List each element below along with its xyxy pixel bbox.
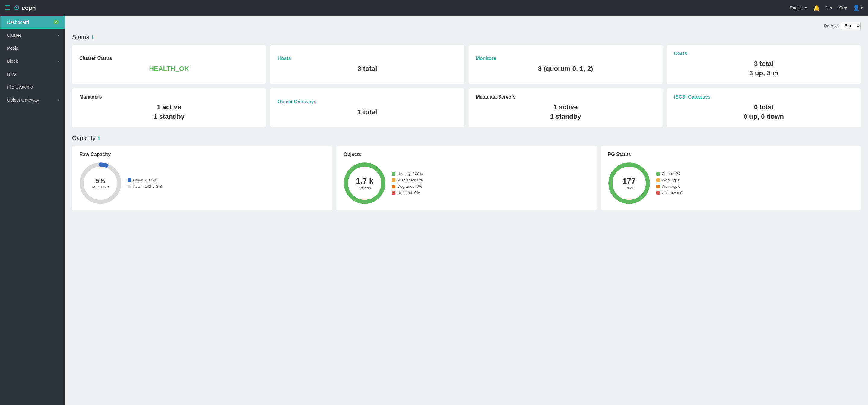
- objects-unfound-item: Unfound: 0%: [392, 191, 423, 195]
- help-button[interactable]: ? ▾: [826, 4, 832, 11]
- sidebar-label-objectgateway: Object Gateway: [7, 97, 39, 102]
- topnav: ☰ ⊙ ceph English ▾ 🔔 ? ▾ ⚙ ▾ 👤 ▾: [0, 0, 868, 16]
- pg-working-label: Working: 0: [662, 178, 680, 182]
- clean-dot: [656, 172, 660, 176]
- objects-count: 1.7 k: [356, 176, 373, 185]
- capacity-section-title: Capacity ℹ: [72, 135, 861, 142]
- objects-title: Objects: [343, 152, 589, 157]
- object-gateways-card: Object Gateways 1 total: [270, 88, 464, 128]
- pg-working-item: Working: 0: [656, 178, 683, 182]
- objects-label: objects: [356, 185, 373, 190]
- sidebar-item-dashboard[interactable]: Dashboard ✓: [0, 16, 65, 29]
- user-icon: 👤: [853, 4, 860, 11]
- pg-unknown-item: Unknown: 0: [656, 191, 683, 195]
- object-gateways-title[interactable]: Object Gateways: [277, 99, 457, 105]
- logo-icon: ⊙: [14, 4, 19, 12]
- objects-degraded-label: Degraded: 0%: [397, 184, 422, 189]
- status-grid: Cluster Status HEALTH_OK Hosts 3 total M…: [72, 45, 861, 128]
- sidebar-label-cluster: Cluster: [7, 33, 22, 38]
- metadata-servers-value: 1 active1 standby: [476, 103, 655, 122]
- hosts-card: Hosts 3 total: [270, 45, 464, 84]
- pg-warning-label: Warning: 0: [662, 184, 680, 189]
- raw-capacity-avail-label: Avail.: 142.2 GiB: [133, 184, 162, 189]
- sidebar-item-filesystems[interactable]: File Systems: [0, 80, 65, 93]
- notifications-button[interactable]: 🔔: [813, 4, 820, 11]
- status-title-text: Status: [72, 34, 89, 41]
- raw-capacity-donut-wrapper: 5% of 150 GiB Used: 7.8 GiB Avail.: 142.…: [79, 162, 325, 204]
- refresh-select[interactable]: 5 s 10 s 30 s 60 s: [841, 22, 861, 30]
- sidebar-label-nfs: NFS: [7, 71, 16, 76]
- osds-title[interactable]: OSDs: [674, 51, 854, 56]
- metadata-servers-title: Metadata Servers: [476, 94, 655, 100]
- sidebar: Dashboard ✓ Cluster › Pools Block › NFS …: [0, 16, 65, 405]
- raw-capacity-used-label: Used: 7.8 GiB: [133, 178, 157, 182]
- main-layout: Dashboard ✓ Cluster › Pools Block › NFS …: [0, 16, 868, 405]
- sidebar-item-cluster[interactable]: Cluster ›: [0, 29, 65, 42]
- user-chevron: ▾: [861, 4, 863, 11]
- sidebar-item-nfs[interactable]: NFS: [0, 67, 65, 80]
- cluster-status-card: Cluster Status HEALTH_OK: [72, 45, 266, 84]
- osds-card: OSDs 3 total3 up, 3 in: [667, 45, 861, 84]
- raw-capacity-title: Raw Capacity: [79, 152, 325, 157]
- objects-unfound-label: Unfound: 0%: [397, 191, 420, 195]
- degraded-dot: [392, 185, 395, 188]
- refresh-label: Refresh: [824, 24, 839, 28]
- objects-donut-wrapper: 1.7 k objects Healthy: 100% Misplaced: 0…: [343, 162, 589, 204]
- pg-status-legend: Clean: 177 Working: 0 Warning: 0 Un: [656, 171, 683, 195]
- objects-misplaced-label: Misplaced: 0%: [397, 178, 423, 182]
- used-dot: [128, 178, 131, 182]
- gear-icon: ⚙: [838, 4, 843, 11]
- sidebar-label-dashboard: Dashboard: [7, 20, 29, 25]
- monitors-title[interactable]: Monitors: [476, 56, 655, 61]
- sidebar-item-pools[interactable]: Pools: [0, 42, 65, 55]
- hosts-title[interactable]: Hosts: [277, 56, 457, 61]
- warning-dot: [656, 185, 660, 188]
- refresh-bar: Refresh 5 s 10 s 30 s 60 s: [72, 22, 861, 30]
- settings-button[interactable]: ⚙ ▾: [838, 4, 847, 11]
- help-icon: ?: [826, 5, 829, 11]
- objects-misplaced-item: Misplaced: 0%: [392, 178, 423, 182]
- raw-capacity-donut: 5% of 150 GiB: [79, 162, 122, 204]
- objects-healthy-label: Healthy: 100%: [397, 171, 423, 176]
- unfound-dot: [392, 191, 395, 195]
- pg-status-donut: 177 PGs: [608, 162, 650, 204]
- topnav-right: English ▾ 🔔 ? ▾ ⚙ ▾ 👤 ▾: [790, 4, 863, 11]
- objects-legend: Healthy: 100% Misplaced: 0% Degraded: 0%: [392, 171, 423, 195]
- iscsi-gateways-title[interactable]: iSCSI Gateways: [674, 94, 854, 100]
- language-label: English: [790, 5, 804, 10]
- objectgateway-chevron-icon: ›: [58, 98, 59, 102]
- osds-value: 3 total3 up, 3 in: [674, 59, 854, 78]
- raw-capacity-legend: Used: 7.8 GiB Avail.: 142.2 GiB: [128, 178, 162, 189]
- objects-donut: 1.7 k objects: [343, 162, 386, 204]
- objects-degraded-item: Degraded: 0%: [392, 184, 423, 189]
- managers-title: Managers: [79, 94, 259, 100]
- sidebar-item-block[interactable]: Block ›: [0, 55, 65, 67]
- misplaced-dot: [392, 178, 395, 182]
- language-selector[interactable]: English ▾: [790, 5, 807, 10]
- object-gateways-value: 1 total: [277, 108, 457, 117]
- hamburger-icon[interactable]: ☰: [5, 4, 10, 11]
- capacity-info-icon: ℹ: [98, 135, 100, 141]
- lang-chevron: ▾: [805, 5, 807, 10]
- cluster-status-title: Cluster Status: [79, 56, 259, 61]
- pg-status-donut-wrapper: 177 PGs Clean: 177 Working: 0: [608, 162, 854, 204]
- healthy-dot: [392, 172, 395, 176]
- objects-card: Objects 1.7 k objects: [336, 146, 596, 210]
- raw-capacity-used-item: Used: 7.8 GiB: [128, 178, 162, 182]
- help-chevron: ▾: [830, 4, 832, 11]
- cluster-chevron-icon: ›: [58, 33, 59, 37]
- pg-warning-item: Warning: 0: [656, 184, 683, 189]
- iscsi-gateways-value: 0 total0 up, 0 down: [674, 103, 854, 122]
- objects-healthy-item: Healthy: 100%: [392, 171, 423, 176]
- block-chevron-icon: ›: [58, 59, 59, 63]
- sidebar-item-objectgateway[interactable]: Object Gateway ›: [0, 93, 65, 106]
- pg-status-card: PG Status 177 PGs Cle: [601, 146, 861, 210]
- pg-label: PGs: [622, 185, 636, 190]
- sidebar-label-pools: Pools: [7, 45, 19, 50]
- metadata-servers-card: Metadata Servers 1 active1 standby: [469, 88, 662, 128]
- managers-card: Managers 1 active1 standby: [72, 88, 266, 128]
- pg-count: 177: [622, 176, 636, 185]
- monitors-value: 3 (quorum 0, 1, 2): [476, 64, 655, 73]
- user-button[interactable]: 👤 ▾: [853, 4, 863, 11]
- pg-status-center: 177 PGs: [622, 176, 636, 190]
